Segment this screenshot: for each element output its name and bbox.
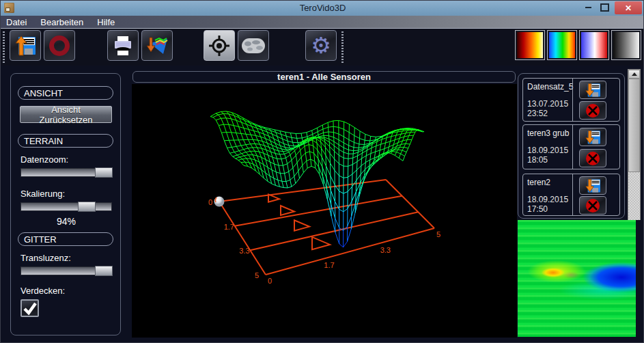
card-divider: [572, 174, 573, 215]
export-view-button[interactable]: [141, 30, 173, 61]
export-chart-icon: [145, 35, 169, 57]
dataset-scrollbar[interactable]: [628, 69, 641, 236]
dataset-card: teren2 18.09.2015 17:50: [522, 174, 620, 216]
dataset-time: 18:05: [527, 155, 568, 165]
floppy-arrow-down-icon: [584, 83, 602, 98]
svg-text:3.3: 3.3: [380, 246, 391, 254]
svg-text:1.7: 1.7: [324, 261, 334, 269]
dataset-save-button[interactable]: [579, 81, 606, 99]
svg-text:5: 5: [255, 271, 259, 279]
floppy-arrow-up-icon: [14, 35, 37, 57]
window-title: TeroVido3D: [1, 3, 644, 13]
load-button[interactable]: [10, 30, 41, 61]
printer-icon: [112, 35, 134, 57]
heatmap-right-gap: [636, 220, 644, 337]
floppy-arrow-down-icon: [584, 130, 602, 145]
menubar: Datei Bearbeiten Hilfe: [1, 16, 644, 29]
toolbar: ⚙: [1, 29, 644, 66]
datenzoom-label: Datenzoom:: [20, 154, 68, 165]
dataset-name: teren2: [527, 178, 550, 187]
dataset-save-button[interactable]: [579, 176, 606, 195]
arrow-up-icon: [632, 72, 637, 76]
colormap-blue-white-red-button[interactable]: [579, 30, 609, 60]
checkmark-icon: [23, 301, 38, 315]
delete-x-icon: [585, 151, 601, 166]
app-window: TeroVido3D ✕ Datei Bearbeiten Hilfe: [0, 0, 644, 343]
crosshair-icon: [208, 34, 231, 57]
sidebar-panel: ANSICHT Ansicht Zurücksetzen TERRAIN Dat…: [10, 73, 121, 335]
dataset-save-button[interactable]: [579, 128, 606, 146]
dataset-delete-button[interactable]: [579, 196, 606, 215]
verdecken-label: Verdecken:: [20, 286, 65, 296]
maximize-icon: [600, 3, 609, 12]
colormap-grayscale-button[interactable]: [611, 30, 641, 60]
minimize-button[interactable]: [580, 1, 596, 14]
dataset-delete-button[interactable]: [579, 149, 606, 167]
menu-bearbeiten[interactable]: Bearbeiten: [33, 17, 90, 27]
verdecken-checkbox[interactable]: [20, 299, 39, 317]
card-divider: [572, 125, 573, 169]
toolbar-grip[interactable]: [3, 31, 5, 63]
dataset-date: 18.09.2015: [527, 195, 568, 204]
transluzenz-slider[interactable]: [20, 266, 112, 275]
dataset-card: Datensatz_5 13.07.2015 23:52: [522, 78, 620, 122]
minimize-icon: [585, 7, 591, 8]
dataset-date: 13.07.2015: [527, 99, 568, 109]
plot-title: teren1 - Alle Sensoren: [132, 71, 516, 83]
plot-3d-view[interactable]: 01.73.3501.73.35: [132, 84, 517, 338]
floppy-arrow-down-icon: [584, 178, 602, 193]
scroll-up-button[interactable]: [628, 70, 640, 79]
close-button[interactable]: ✕: [615, 1, 642, 14]
svg-text:0: 0: [268, 277, 272, 285]
titlebar[interactable]: TeroVido3D ✕: [1, 1, 644, 16]
toolbar-grip-2[interactable]: [341, 31, 344, 63]
datenzoom-slider-handle[interactable]: [95, 167, 113, 178]
skalierung-label: Skalierung:: [20, 189, 65, 199]
scrollbar-thumb[interactable]: [628, 79, 640, 172]
svg-text:1.7: 1.7: [224, 223, 234, 231]
svg-text:3.3: 3.3: [239, 247, 249, 255]
skalierung-slider[interactable]: [20, 202, 112, 211]
dataset-time: 17:50: [527, 204, 568, 214]
colormap-hot-button[interactable]: [515, 30, 545, 60]
skalierung-value: 94%: [11, 216, 122, 227]
colormap-rainbow-button[interactable]: [547, 30, 577, 60]
reset-view-button[interactable]: Ansicht Zurücksetzen: [20, 106, 112, 123]
dataset-name: Datensatz_5: [527, 82, 573, 92]
delete-x-icon: [585, 198, 601, 213]
center-view-button[interactable]: [204, 30, 235, 61]
dataset-panel: Datensatz_5 13.07.2015 23:52: [518, 73, 625, 219]
settings-button[interactable]: ⚙: [305, 30, 337, 61]
skalierung-slider-handle[interactable]: [78, 202, 96, 212]
dataset-date: 18.09.2015: [527, 146, 568, 155]
print-button[interactable]: [107, 30, 139, 61]
map-mode-button[interactable]: [238, 30, 269, 61]
section-gitter: GITTER: [18, 232, 113, 246]
section-ansicht: ANSICHT: [18, 86, 113, 100]
close-icon: ✕: [625, 3, 632, 13]
dataset-time: 23:52: [527, 109, 568, 118]
gear-icon: ⚙: [311, 34, 331, 57]
card-divider: [572, 79, 573, 121]
transluzenz-slider-handle[interactable]: [95, 266, 113, 276]
globe-icon: [241, 38, 266, 54]
maximize-button[interactable]: [597, 1, 612, 14]
heatmap-preview[interactable]: [518, 220, 636, 337]
datenzoom-slider[interactable]: [20, 168, 112, 177]
dataset-card: teren3 grub 18.09.2015 18:05: [522, 124, 620, 169]
svg-text:5: 5: [436, 230, 440, 238]
surface-wireframe-chart: 01.73.3501.73.35: [132, 84, 517, 338]
svg-text:0: 0: [208, 198, 212, 206]
menu-hilfe[interactable]: Hilfe: [90, 17, 122, 27]
transluzenz-label: Transluzenz:: [20, 253, 71, 263]
menu-datei[interactable]: Datei: [1, 17, 33, 27]
delete-x-icon: [585, 103, 601, 118]
dataset-name: teren3 grub: [527, 128, 569, 138]
section-terrain: TERRAIN: [18, 134, 113, 148]
record-ring-icon: [49, 36, 70, 56]
record-button[interactable]: [44, 30, 75, 61]
dataset-delete-button[interactable]: [579, 101, 606, 120]
